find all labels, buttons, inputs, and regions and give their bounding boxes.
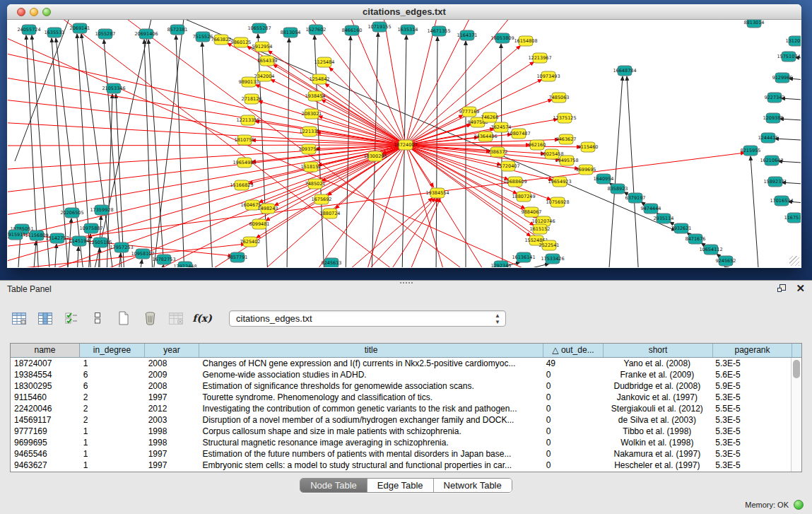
graph-node[interactable]: 9463627 (556, 134, 577, 144)
graph-edge[interactable] (627, 76, 639, 267)
tab-network-table[interactable]: Network Table (434, 479, 512, 492)
graph-node[interactable]: 9227342 (765, 93, 785, 103)
table-row[interactable]: 946362711997Embryonic stem cells: a mode… (11, 460, 791, 471)
table-row[interactable]: 946554611997Estimation of the future num… (11, 448, 791, 460)
graph-node[interactable]: 21053346 (102, 83, 125, 93)
graph-edge[interactable] (116, 94, 124, 267)
graph-node[interactable]: 1244415 (758, 133, 779, 143)
column-header-in_degree[interactable]: in_degree (80, 344, 145, 357)
graph-node[interactable]: 12213355 (236, 115, 259, 125)
table-row[interactable]: 969969511998Structural magnetic resonanc… (11, 437, 791, 448)
table-row[interactable]: 911546021997Tourette syndrome. Phenomeno… (11, 392, 791, 403)
table-row[interactable]: 1830029562008Estimation of significance … (11, 380, 791, 392)
table-selector-dropdown[interactable]: citations_edges.txt ▲▼ (229, 310, 506, 327)
graph-node[interactable]: 7485063 (549, 93, 570, 103)
graph-node[interactable]: 2083021 (302, 109, 322, 119)
graph-node[interactable]: 8471676 (686, 234, 706, 244)
graph-edge[interactable] (608, 76, 623, 267)
graph-edge[interactable] (347, 20, 406, 145)
graph-node[interactable]: 16053809 (490, 33, 514, 43)
table-row[interactable]: 977716911998Corpus callosum shape and si… (11, 426, 791, 437)
graph-edge[interactable] (139, 259, 142, 267)
graph-node[interactable]: 7932621 (671, 223, 692, 233)
window-titlebar[interactable]: citations_edges.txt (7, 4, 801, 20)
memory-status-indicator[interactable] (794, 500, 804, 510)
graph-node[interactable]: 1635531 (45, 28, 65, 37)
graph-node[interactable]: 19384554 (425, 188, 449, 198)
column-header-pagerank[interactable]: pagerank (713, 344, 792, 357)
graph-node[interactable]: 3915911 (8, 230, 25, 240)
graph-node[interactable]: 18807249 (512, 192, 535, 201)
graph-edge[interactable] (406, 145, 553, 180)
graph-edge[interactable] (54, 244, 57, 267)
graph-edge[interactable] (406, 145, 531, 236)
float-panel-icon[interactable] (777, 284, 787, 293)
graph-node[interactable]: 15892371 (763, 177, 787, 187)
graph-node[interactable]: 16154808 (514, 36, 537, 46)
graph-edge[interactable] (160, 265, 163, 267)
table-options-icon[interactable] (10, 309, 28, 327)
graph-edge[interactable] (56, 38, 84, 267)
network-canvas[interactable]: 2405572416355312069141105528720691406857… (8, 20, 801, 267)
graph-node[interactable]: 13142757 (45, 233, 69, 243)
graph-node[interactable]: 19654923 (548, 177, 571, 187)
table-row[interactable]: 1456911722003Disruption of a novel membe… (11, 414, 791, 426)
graph-edge[interactable] (407, 198, 440, 267)
network-view-window[interactable]: citations_edges.txt 24055724163553120691… (7, 4, 801, 268)
graph-node[interactable]: 17533426 (541, 254, 564, 264)
import-table-disabled-icon[interactable] (167, 309, 185, 327)
graph-node[interactable]: 9129966 (772, 73, 793, 83)
graph-node[interactable]: 19495758 (555, 156, 578, 165)
graph-node[interactable]: 20691406 (134, 29, 158, 39)
graph-node[interactable]: 17359928 (90, 205, 113, 215)
graph-node[interactable]: 8466160 (342, 25, 363, 35)
graph-node[interactable]: 2522541 (539, 240, 560, 250)
graph-node[interactable]: 9115460 (578, 142, 599, 152)
graph-node[interactable]: 1675692 (312, 194, 332, 204)
graph-edge[interactable] (382, 20, 406, 145)
graph-node[interactable]: 9857791 (228, 252, 248, 262)
graph-node[interactable]: 1209388 (763, 113, 784, 123)
graph-node[interactable]: 1527602 (306, 25, 326, 35)
graph-node[interactable]: 17957253 (110, 243, 133, 252)
graph-node[interactable]: 12923448 (173, 262, 196, 267)
column-header-title[interactable]: title (199, 344, 543, 357)
graph-node[interactable]: 9699695 (576, 165, 596, 175)
graph-node[interactable]: 16648784 (613, 66, 636, 76)
graph-node[interactable]: 8215955 (741, 146, 761, 156)
graph-edge[interactable] (77, 247, 78, 267)
column-header-name[interactable]: name (11, 344, 80, 357)
column-header-out_de[interactable]: △ out_de... (543, 344, 604, 357)
graph-node[interactable]: 1654339 (257, 56, 278, 66)
graph-edge[interactable] (271, 79, 406, 145)
graph-node[interactable]: 1145194 (69, 236, 90, 246)
scrollbar-thumb[interactable] (793, 360, 800, 378)
graph-node[interactable]: 14671355 (427, 26, 450, 36)
graph-node[interactable]: 15751074 (777, 52, 800, 62)
graph-edge[interactable] (751, 156, 759, 267)
graph-node[interactable]: 7386372 (488, 147, 508, 157)
function-builder-icon[interactable]: f(x) (193, 309, 211, 327)
graph-edge[interactable] (118, 253, 121, 267)
graph-edge[interactable] (15, 20, 71, 161)
delete-icon[interactable] (141, 309, 159, 327)
graph-node[interactable]: 8813014 (744, 20, 765, 28)
graph-node[interactable]: 1055287 (95, 29, 116, 39)
graph-node[interactable]: 16210643 (760, 156, 783, 165)
graph-node[interactable]: 1810755 (235, 135, 255, 145)
graph-node[interactable]: 10973493 (536, 71, 560, 81)
graph-node[interactable]: 6099481 (249, 219, 270, 229)
graph-node[interactable]: 1635314 (398, 25, 418, 35)
graph-node[interactable]: 9474444 (641, 204, 661, 214)
vertical-scrollbar[interactable] (791, 358, 801, 472)
graph-node[interactable]: 19654985 (233, 158, 256, 168)
graph-edge[interactable] (144, 40, 153, 267)
graph-node[interactable]: 9890133 (239, 77, 259, 87)
graph-node[interactable]: 1164371 (457, 30, 478, 40)
graph-node[interactable]: 1880724 (320, 209, 341, 218)
graph-node[interactable]: 12375125 (553, 113, 576, 123)
graph-node[interactable]: 10688609 (503, 177, 526, 187)
graph-node[interactable]: 7515526 (193, 32, 213, 42)
graph-node[interactable]: 7663822 (211, 35, 232, 45)
graph-node[interactable]: 1254842 (310, 74, 330, 84)
